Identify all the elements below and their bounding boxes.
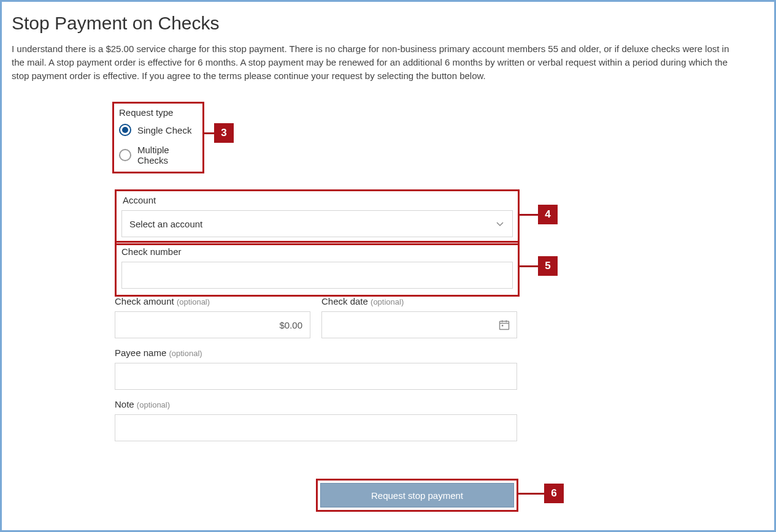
request-type-group: Request type Single Check Multiple Check… xyxy=(112,102,204,173)
account-label: Account xyxy=(123,195,513,205)
radio-single-label: Single Check xyxy=(137,125,191,135)
callout-connector xyxy=(204,132,214,134)
radio-icon xyxy=(119,124,131,136)
check-amount-label-text: Check amount xyxy=(115,296,174,306)
payee-input[interactable] xyxy=(115,363,517,390)
radio-multiple-checks[interactable]: Multiple Checks xyxy=(119,145,198,165)
submit-area: Request stop payment xyxy=(316,479,518,512)
page-frame: Stop Payment on Checks I understand ther… xyxy=(0,0,776,532)
check-date-label: Check date (optional) xyxy=(321,296,517,306)
check-amount-label: Check amount (optional) xyxy=(115,296,310,306)
svg-rect-1 xyxy=(502,325,504,327)
check-amount-input[interactable] xyxy=(115,311,310,338)
callout-connector xyxy=(520,214,538,216)
page-title: Stop Payment on Checks xyxy=(12,13,764,34)
optional-text: (optional) xyxy=(371,297,404,306)
callout-connector xyxy=(520,265,538,267)
check-number-input[interactable] xyxy=(121,262,513,289)
intro-text: I understand there is a $25.00 service c… xyxy=(12,42,736,82)
check-date-label-text: Check date xyxy=(321,296,368,306)
check-number-field: Check number xyxy=(115,241,520,297)
check-date-input[interactable] xyxy=(321,311,517,338)
note-label-text: Note xyxy=(115,399,134,409)
callout-connector xyxy=(518,493,544,495)
request-stop-payment-button[interactable]: Request stop payment xyxy=(320,483,514,507)
account-field: Account Select an account xyxy=(115,189,520,245)
radio-icon xyxy=(119,149,131,161)
note-field: Note (optional) xyxy=(115,399,517,441)
radio-single-check[interactable]: Single Check xyxy=(119,124,198,136)
calendar-icon xyxy=(498,319,510,331)
callout-badge-4: 4 xyxy=(538,205,558,224)
chevron-down-icon xyxy=(495,219,505,229)
optional-text: (optional) xyxy=(137,400,170,409)
payee-label: Payee name (optional) xyxy=(115,348,517,358)
optional-text: (optional) xyxy=(169,349,202,358)
svg-rect-0 xyxy=(500,321,509,329)
request-type-label: Request type xyxy=(119,107,198,118)
payee-field: Payee name (optional) xyxy=(115,348,517,390)
callout-badge-5: 5 xyxy=(538,256,558,276)
note-label: Note (optional) xyxy=(115,399,517,409)
note-input[interactable] xyxy=(115,414,517,441)
amount-date-row: Check amount (optional) Check date (opti… xyxy=(115,296,517,338)
payee-label-text: Payee name xyxy=(115,348,166,358)
check-amount-field: Check amount (optional) xyxy=(115,296,310,338)
account-select[interactable]: Select an account xyxy=(121,210,513,237)
callout-badge-3: 3 xyxy=(214,123,234,143)
check-number-label: Check number xyxy=(121,246,513,257)
optional-text: (optional) xyxy=(177,297,210,306)
account-placeholder: Select an account xyxy=(129,219,202,229)
radio-multiple-label: Multiple Checks xyxy=(137,145,198,165)
callout-badge-6: 6 xyxy=(544,484,564,503)
check-date-field: Check date (optional) xyxy=(321,296,517,338)
